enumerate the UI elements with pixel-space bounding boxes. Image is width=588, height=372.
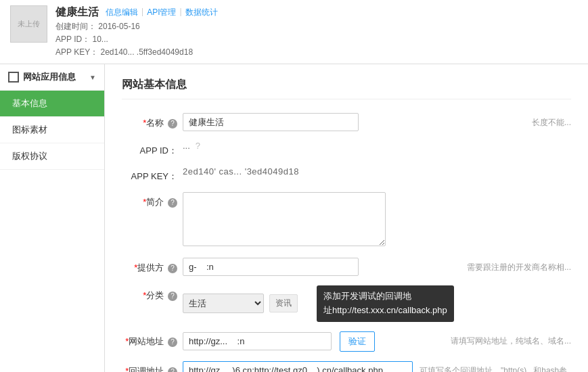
name-input[interactable] xyxy=(183,113,359,131)
intro-help-icon[interactable]: ? xyxy=(168,198,177,208)
sidebar-section-label: 网站应用信息 xyxy=(23,71,76,83)
category-help-icon[interactable]: ? xyxy=(168,292,177,301)
provider-content xyxy=(183,258,460,276)
provider-help-icon[interactable]: ? xyxy=(168,264,177,273)
callback-row: *回调地址 ? (帮助文档) 可填写多个回调地址，"http(s)...和has… xyxy=(122,361,571,372)
provider-input[interactable] xyxy=(183,258,359,276)
appkey-value: 2ed140' cas... '3ed4049d18 xyxy=(183,166,571,177)
name-row: *名称 ? 长度不能... xyxy=(122,113,571,131)
main-content: 网站基本信息 *名称 ? 长度不能... APP ID： ... ? xyxy=(105,64,588,372)
header: 未上传 健康生活 信息编辑 | API管理 | 数据统计 创建时间： 2016-… xyxy=(0,0,588,64)
callback-note: 可填写多个回调地址，"http(s)...和hash参数... xyxy=(420,361,571,372)
sidebar-item-icon-assets[interactable]: 图标素材 xyxy=(0,117,104,143)
nav-data-stats[interactable]: 数据统计 xyxy=(185,7,218,18)
provider-note: 需要跟注册的开发商名称相... xyxy=(467,258,571,273)
website-icon xyxy=(8,72,19,83)
intro-label: *简介 ? xyxy=(122,192,183,208)
sidebar-section-website[interactable]: 网站应用信息 ▼ xyxy=(0,64,104,91)
category-tag: 资讯 xyxy=(269,294,298,312)
layout: 网站应用信息 ▼ 基本信息 图标素材 版权协议 网站基本信息 *名称 ? 长度不… xyxy=(0,64,588,372)
intro-content xyxy=(183,192,571,248)
appid-form-label: APP ID： xyxy=(122,141,183,157)
category-content: 生活 游戏 工具 教育 资讯 添加开发调试的回调地 址http://test.x… xyxy=(183,285,571,322)
callback-label: *回调地址 ? xyxy=(122,361,183,372)
name-note: 长度不能... xyxy=(532,113,571,129)
category-label: *分类 ? xyxy=(122,285,183,302)
sidebar-item-copyright[interactable]: 版权协议 xyxy=(0,143,104,170)
appid-row-header: APP ID： 10... xyxy=(55,34,218,45)
website-help-icon[interactable]: ? xyxy=(168,338,177,347)
intro-textarea[interactable] xyxy=(183,192,386,246)
appkey-row-header: APP KEY： 2ed140... .5ff3ed4049d18 xyxy=(55,47,218,58)
nav-api-manage[interactable]: API管理 xyxy=(147,7,176,18)
website-content: 验证 xyxy=(183,331,444,352)
category-select[interactable]: 生活 游戏 工具 教育 xyxy=(183,294,264,313)
app-avatar: 未上传 xyxy=(10,5,47,43)
website-input[interactable] xyxy=(183,332,332,350)
website-note: 请填写网站地址，纯域名、域名... xyxy=(451,331,571,347)
annotation-container: 添加开发调试的回调地 址http://test.xxx.cn/callback.… xyxy=(317,285,454,322)
name-help-icon[interactable]: ? xyxy=(168,119,177,129)
callback-input[interactable] xyxy=(183,361,413,372)
avatar-label: 未上传 xyxy=(18,19,40,28)
callback-content: (帮助文档) xyxy=(183,361,413,372)
callback-help-icon[interactable]: ? xyxy=(168,367,177,372)
chevron-down-icon: ▼ xyxy=(89,74,96,81)
created-time-row: 创建时间： 2016-05-16 xyxy=(55,21,218,32)
intro-row: *简介 ? xyxy=(122,192,571,248)
category-row: *分类 ? 生活 游戏 工具 教育 资讯 添加开发调试的回调地 址http://… xyxy=(122,285,571,322)
section-title: 网站基本信息 xyxy=(122,78,571,99)
appid-value: ... ? xyxy=(183,141,571,151)
website-row: *网站地址 ? 验证 请填写网站地址，纯域名、域名... xyxy=(122,331,571,352)
header-info: 健康生活 信息编辑 | API管理 | 数据统计 创建时间： 2016-05-1… xyxy=(55,5,218,58)
name-content xyxy=(183,113,525,131)
verify-button[interactable]: 验证 xyxy=(340,331,375,352)
appkey-form-label: APP KEY： xyxy=(122,166,183,183)
sidebar-item-basic-info[interactable]: 基本信息 xyxy=(0,91,104,117)
appkey-form-row: APP KEY： 2ed140' cas... '3ed4049d18 xyxy=(122,166,571,183)
provider-label: *提供方 ? xyxy=(122,258,183,274)
name-label: *名称 ? xyxy=(122,113,183,129)
appid-form-row: APP ID： ... ? xyxy=(122,141,571,157)
provider-row: *提供方 ? 需要跟注册的开发商名称相... xyxy=(122,258,571,276)
nav-info-edit[interactable]: 信息编辑 xyxy=(106,7,138,18)
website-label: *网站地址 ? xyxy=(122,331,183,348)
annotation-tooltip: 添加开发调试的回调地 址http://test.xxx.cn/callback.… xyxy=(317,285,454,322)
sidebar: 网站应用信息 ▼ 基本信息 图标素材 版权协议 xyxy=(0,64,105,372)
header-nav: 信息编辑 | API管理 | 数据统计 xyxy=(106,7,218,18)
app-name: 健康生活 xyxy=(55,5,99,20)
